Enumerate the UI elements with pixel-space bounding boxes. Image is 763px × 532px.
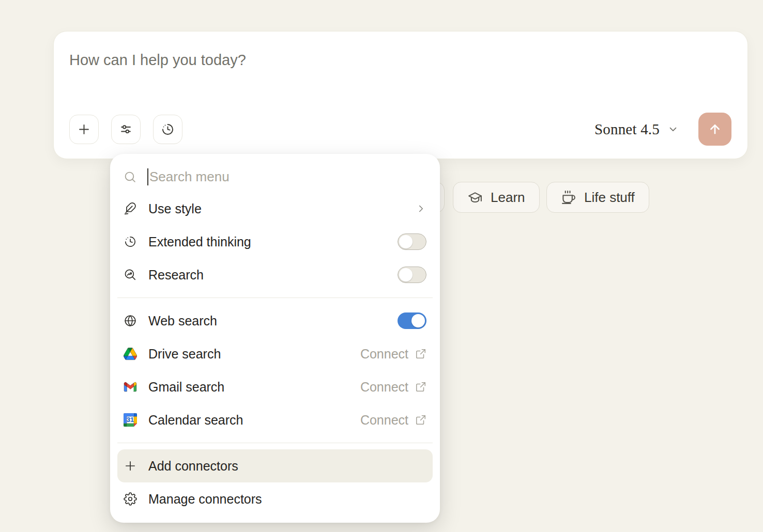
menu-item-label: Research xyxy=(148,268,204,283)
connect-label: Connect xyxy=(360,413,408,428)
menu-item-gmail-search[interactable]: Gmail search Connect xyxy=(110,370,440,403)
model-selector[interactable]: Sonnet 4.5 xyxy=(594,121,679,138)
toggle-knob xyxy=(399,235,413,248)
search-icon xyxy=(124,170,136,183)
menu-divider xyxy=(117,443,433,443)
drive-connect-link[interactable]: Connect xyxy=(360,347,426,362)
message-input[interactable] xyxy=(69,50,576,107)
composer-toolbar xyxy=(69,115,182,144)
clock-history-icon xyxy=(161,122,175,136)
menu-item-label: Calendar search xyxy=(148,413,243,428)
menu-item-label: Add connectors xyxy=(148,459,238,474)
toggle-knob xyxy=(411,314,425,327)
menu-item-label: Drive search xyxy=(148,347,221,362)
tools-dropdown-menu: Use style Extended thinking xyxy=(110,154,440,523)
globe-icon xyxy=(124,314,137,327)
menu-search-input[interactable] xyxy=(147,169,426,185)
suggestion-chip-life-stuff[interactable]: Life stuff xyxy=(546,182,649,213)
send-button[interactable] xyxy=(698,113,731,146)
graduation-cap-icon xyxy=(467,190,483,205)
connect-label: Connect xyxy=(360,380,408,395)
chat-composer: Sonnet 4.5 xyxy=(53,31,748,159)
web-search-toggle[interactable] xyxy=(398,312,426,329)
history-button[interactable] xyxy=(153,115,182,144)
plus-icon xyxy=(77,122,91,136)
gear-icon xyxy=(124,492,137,506)
composer-actions: Sonnet 4.5 xyxy=(594,113,731,146)
menu-item-label: Extended thinking xyxy=(148,234,251,249)
menu-item-label: Web search xyxy=(148,314,217,328)
plus-icon xyxy=(124,459,137,473)
stopwatch-icon xyxy=(124,235,137,248)
menu-search-row xyxy=(110,161,440,192)
menu-item-web-search[interactable]: Web search xyxy=(110,304,440,337)
menu-item-calendar-search[interactable]: 31 Calendar search Connect xyxy=(110,403,440,436)
text-caret xyxy=(147,168,148,185)
google-calendar-icon: 31 xyxy=(124,413,137,427)
google-drive-icon xyxy=(124,347,137,361)
calendar-connect-link[interactable]: Connect xyxy=(360,413,426,428)
research-magnifier-icon xyxy=(124,268,137,281)
external-link-icon xyxy=(415,348,426,359)
menu-item-research[interactable]: Research xyxy=(110,258,440,291)
menu-divider xyxy=(117,298,433,298)
external-link-icon xyxy=(415,414,426,426)
research-toggle[interactable] xyxy=(398,267,426,283)
menu-item-label: Gmail search xyxy=(148,380,224,395)
app-background: Sonnet 4.5 Learn xyxy=(0,0,763,532)
chip-label: Learn xyxy=(491,190,525,206)
gmail-icon xyxy=(124,380,137,394)
external-link-icon xyxy=(415,381,426,393)
model-name: Sonnet 4.5 xyxy=(594,121,660,138)
extended-thinking-toggle[interactable] xyxy=(398,233,426,250)
menu-item-manage-connectors[interactable]: Manage connectors xyxy=(110,482,440,515)
menu-item-add-connectors[interactable]: Add connectors xyxy=(117,449,433,482)
feather-quill-icon xyxy=(124,202,137,215)
menu-item-use-style[interactable]: Use style xyxy=(110,192,440,225)
gmail-connect-link[interactable]: Connect xyxy=(360,380,426,395)
connect-label: Connect xyxy=(360,347,408,362)
chevron-right-icon xyxy=(415,203,426,214)
menu-item-label: Manage connectors xyxy=(148,492,262,507)
svg-text:31: 31 xyxy=(127,416,134,424)
arrow-up-icon xyxy=(708,122,722,136)
menu-item-label: Use style xyxy=(148,201,202,216)
suggestion-chip-learn[interactable]: Learn xyxy=(453,182,540,213)
chip-label: Life stuff xyxy=(584,190,635,206)
chevron-down-icon xyxy=(667,123,679,135)
attach-button[interactable] xyxy=(69,115,99,144)
sliders-icon xyxy=(119,122,133,136)
coffee-cup-icon xyxy=(561,190,576,205)
tools-button[interactable] xyxy=(111,115,141,144)
menu-item-extended-thinking[interactable]: Extended thinking xyxy=(110,225,440,258)
menu-item-drive-search[interactable]: Drive search Connect xyxy=(110,337,440,370)
toggle-knob xyxy=(399,268,413,281)
